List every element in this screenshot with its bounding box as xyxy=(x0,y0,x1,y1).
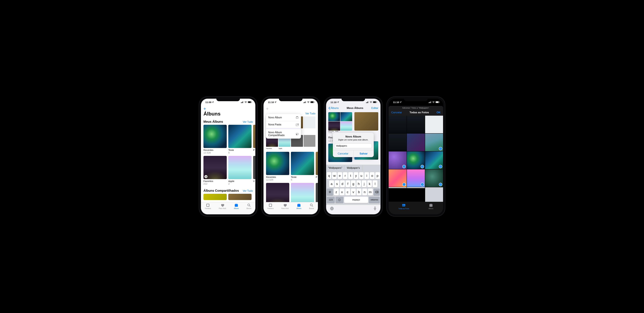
svg-rect-49 xyxy=(436,101,438,103)
photo-cell[interactable]: ✓ xyxy=(425,169,443,187)
album-item[interactable]: ♥ Favoritos 212 xyxy=(266,183,289,202)
all-photos-icon xyxy=(402,203,406,207)
see-all-link[interactable]: Ver Tudo xyxy=(305,112,316,115)
tab-albums[interactable]: Álbuns xyxy=(428,203,434,209)
svg-line-31 xyxy=(312,206,313,207)
location-icon xyxy=(400,101,402,103)
cancel-button[interactable]: Cancelar xyxy=(391,111,402,114)
photo-cell[interactable] xyxy=(407,116,425,133)
add-button[interactable]: + xyxy=(264,106,318,111)
shared-album-icon xyxy=(296,132,299,135)
photo-cell[interactable] xyxy=(389,116,406,133)
notch xyxy=(216,97,240,101)
folder-icon xyxy=(296,123,299,126)
checkmark-icon: ✓ xyxy=(420,183,424,186)
photo-cell[interactable] xyxy=(425,116,443,133)
tab-all-photos[interactable]: Todas as Fotos xyxy=(398,203,409,209)
photo-cell[interactable]: ✓ xyxy=(389,151,406,169)
photo-cell[interactable]: ✓ xyxy=(407,151,425,169)
photo-cell[interactable] xyxy=(389,134,406,151)
photo-cell[interactable]: ✓ xyxy=(389,169,406,187)
photo-cell[interactable] xyxy=(407,134,425,151)
battery-icon xyxy=(373,101,377,103)
checkmark-icon: ✓ xyxy=(439,147,442,150)
library-icon xyxy=(268,203,272,207)
svg-rect-10 xyxy=(235,204,238,204)
wifi-icon xyxy=(432,101,435,103)
album-item[interactable]: Teste 5 xyxy=(228,125,252,154)
menu-new-album[interactable]: Novo Álbum xyxy=(266,114,301,121)
svg-rect-19 xyxy=(314,102,314,102)
album-item[interactable]: Teste 5 xyxy=(291,152,314,181)
photo-cell[interactable] xyxy=(425,187,443,202)
add-button[interactable]: + xyxy=(201,106,255,111)
battery-icon xyxy=(310,101,314,103)
tab-fototeca[interactable]: Fototeca xyxy=(205,203,211,209)
tab-albuns[interactable]: Álbuns xyxy=(234,203,239,209)
signal-icon xyxy=(428,101,432,103)
notch xyxy=(404,97,428,101)
album-item[interactable]: P xyxy=(316,152,318,181)
album-item[interactable]: P xyxy=(253,125,255,154)
search-icon xyxy=(310,203,314,207)
location-icon xyxy=(337,101,339,103)
svg-rect-37 xyxy=(373,101,376,103)
album-item[interactable]: Apple 2 xyxy=(228,156,252,185)
alert-backdrop: Novo Álbum Digite um nome para este álbu… xyxy=(326,111,380,214)
menu-new-folder[interactable]: Nova Pasta xyxy=(266,121,301,128)
svg-rect-9 xyxy=(235,204,238,207)
album-item[interactable]: V xyxy=(253,156,255,185)
see-all-link[interactable]: Ver Tudo xyxy=(243,120,253,123)
section-my-albums: Meus Álbuns xyxy=(204,120,223,123)
tab-para-voce[interactable]: Para Você xyxy=(219,203,226,209)
tab-fototeca[interactable]: Fototeca xyxy=(268,203,274,209)
svg-point-52 xyxy=(403,205,404,205)
status-time: 11:10 xyxy=(268,101,274,104)
nav-title: Meus Álbuns xyxy=(347,106,363,110)
see-all-link[interactable]: Ver Tudo xyxy=(243,190,253,192)
photo-cell[interactable]: ✓ xyxy=(425,134,443,151)
picker-tab-bar: Todas as Fotos Álbuns xyxy=(389,202,443,214)
edit-button[interactable]: Editar xyxy=(371,106,378,110)
ok-button[interactable]: OK xyxy=(436,111,440,114)
save-button[interactable]: Salvar xyxy=(354,150,374,157)
photo-cell[interactable]: ✓ xyxy=(425,151,443,169)
tab-buscar[interactable]: Buscar xyxy=(246,203,252,209)
back-button[interactable]: Álbuns xyxy=(328,106,339,110)
svg-rect-35 xyxy=(368,101,369,103)
svg-rect-47 xyxy=(431,101,432,103)
svg-rect-15 xyxy=(305,101,306,103)
status-time: 11:09 xyxy=(205,101,211,104)
photo-cell[interactable] xyxy=(407,187,425,202)
album-item[interactable]: Apple 2 xyxy=(291,183,314,202)
svg-rect-46 xyxy=(430,101,431,103)
tab-buscar[interactable]: Buscar xyxy=(309,203,314,209)
album-item[interactable]: ♥ Favoritos 212 xyxy=(204,156,227,185)
signal-icon xyxy=(304,101,306,103)
svg-rect-18 xyxy=(311,101,313,103)
checkmark-icon: ✓ xyxy=(402,165,406,168)
album-name-input[interactable] xyxy=(335,143,372,148)
svg-rect-0 xyxy=(241,102,241,103)
library-icon xyxy=(206,203,210,207)
phone-1: 11:09 + Álbuns Meus Álbuns Ver Tudo Rece… xyxy=(199,97,257,216)
tab-para-voce[interactable]: Para Você xyxy=(282,203,289,209)
svg-rect-44 xyxy=(428,102,429,103)
photo-cell[interactable]: ✓ xyxy=(407,169,425,187)
svg-rect-51 xyxy=(402,204,405,206)
menu-new-shared-album[interactable]: Novo Álbum Compartilha­do xyxy=(266,129,301,139)
svg-rect-8 xyxy=(207,204,209,206)
tab-albuns[interactable]: Álbuns xyxy=(296,203,302,209)
svg-rect-14 xyxy=(304,102,305,103)
battery-icon xyxy=(436,101,440,103)
phone-2: 11:10 + . Ver Tudo Recentes12.528 Teste5 xyxy=(262,97,320,216)
album-item[interactable]: Recentes 12.529 xyxy=(266,152,289,181)
album-item[interactable]: Recentes 12.528 xyxy=(204,125,227,154)
phone-3: 11:10 Álbuns Meus Álbuns Editar xyxy=(324,97,382,216)
photo-cell[interactable] xyxy=(389,187,406,202)
album-item[interactable]: V xyxy=(316,183,318,202)
svg-rect-34 xyxy=(368,101,368,103)
cancel-button[interactable]: Cancelar xyxy=(333,150,354,157)
screen-new-album-alert: 11:10 Álbuns Meus Álbuns Editar xyxy=(326,99,380,214)
new-album-menu: Novo Álbum Nova Pasta Novo Álbum Compart… xyxy=(266,114,301,139)
